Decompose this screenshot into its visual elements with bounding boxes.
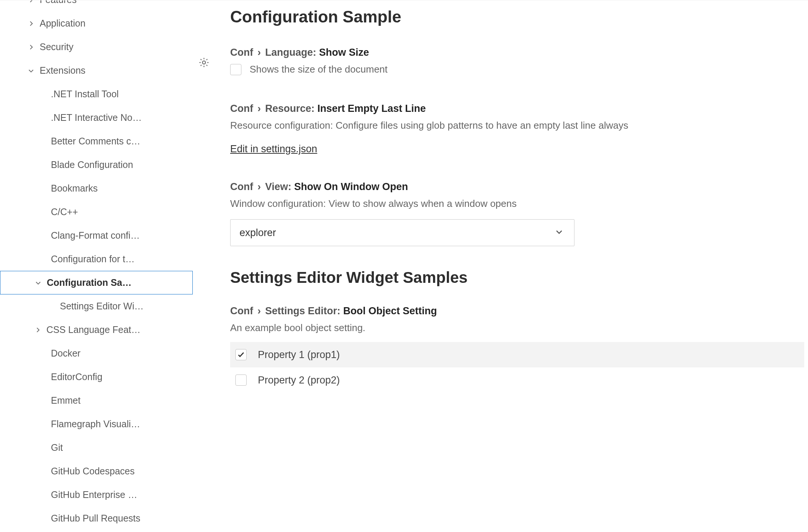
setting-bool-object: Conf › Settings Editor: Bool Object Sett… xyxy=(230,305,804,393)
section-heading-widget-samples: Settings Editor Widget Samples xyxy=(230,269,804,287)
tree-item[interactable]: Extensions xyxy=(0,59,193,82)
setting-description: Resource configuration: Configure files … xyxy=(230,118,804,133)
tree-item-label: Better Comments c… xyxy=(51,136,185,147)
tree-item-label: Settings Editor Wi… xyxy=(60,301,185,312)
tree-item[interactable]: Clang-Format confi… xyxy=(0,224,193,247)
chevron-down-icon xyxy=(27,67,35,75)
tree-item[interactable]: .NET Install Tool xyxy=(0,82,193,106)
tree-item-label: Flamegraph Visuali… xyxy=(51,419,185,429)
tree-item-label: EditorConfig xyxy=(51,372,185,382)
separator: › xyxy=(256,47,262,58)
tree-item-label: Configuration Sa… xyxy=(47,277,185,288)
subscope-label: Resource: xyxy=(265,103,315,114)
tree-item-label: Clang-Format confi… xyxy=(51,230,185,241)
section-heading-configuration-sample: Configuration Sample xyxy=(230,7,804,26)
chevron-right-icon xyxy=(34,326,42,334)
property-label: Property 2 (prop2) xyxy=(258,374,340,386)
tree-item-label: Features xyxy=(40,0,185,5)
tree-item-label: Configuration for t… xyxy=(51,254,185,265)
tree-item-label: .NET Interactive No… xyxy=(51,112,185,123)
scope-label: Conf xyxy=(230,47,253,58)
tree-item-label: GitHub Pull Requests xyxy=(51,513,185,524)
separator: › xyxy=(256,181,262,192)
tree-item[interactable]: GitHub Pull Requests xyxy=(0,507,193,530)
tree-item[interactable]: Configuration Sa… xyxy=(0,271,193,294)
property-label: Property 1 (prop1) xyxy=(258,349,340,361)
chevron-right-icon xyxy=(27,43,35,51)
tree-item[interactable]: Security xyxy=(0,35,193,59)
separator: › xyxy=(256,103,262,114)
setting-description: Window configuration: View to show alway… xyxy=(230,196,804,211)
tree-item[interactable]: Git xyxy=(0,436,193,459)
bool-object-properties: Property 1 (prop1)Property 2 (prop2) xyxy=(230,342,804,393)
setting-name: Bool Object Setting xyxy=(343,305,437,317)
setting-title: Conf › View: Show On Window Open xyxy=(230,181,804,193)
select-value: explorer xyxy=(240,227,276,239)
setting-show-on-window-open: Conf › View: Show On Window Open Window … xyxy=(230,181,804,246)
show-on-window-open-select[interactable]: explorer xyxy=(230,219,574,246)
tree-item[interactable]: Better Comments c… xyxy=(0,129,193,153)
tree-item[interactable]: Blade Configuration xyxy=(0,153,193,177)
setting-description: An example bool object setting. xyxy=(230,321,804,335)
tree-item-label: GitHub Codespaces xyxy=(51,466,185,477)
scope-label: Conf xyxy=(230,103,253,114)
tree-item-label: Extensions xyxy=(40,65,185,76)
setting-show-size: Conf › Language: Show Size Shows the siz… xyxy=(230,47,804,77)
tree-item-label: C/C++ xyxy=(51,207,185,217)
tree-item[interactable]: CSS Language Feat… xyxy=(0,318,193,342)
tree-item[interactable]: Bookmarks xyxy=(0,177,193,200)
gear-icon[interactable] xyxy=(198,57,210,70)
tree-item[interactable]: Flamegraph Visuali… xyxy=(0,412,193,436)
tree-item[interactable]: Configuration for t… xyxy=(0,247,193,271)
bool-object-property-row[interactable]: Property 2 (prop2) xyxy=(230,367,804,393)
setting-name: Insert Empty Last Line xyxy=(317,103,426,114)
setting-name: Show On Window Open xyxy=(294,181,408,192)
setting-name: Show Size xyxy=(319,47,369,58)
svg-point-0 xyxy=(202,61,205,64)
tree-item-label: Docker xyxy=(51,348,185,359)
subscope-label: Language: xyxy=(265,47,317,58)
chevron-right-icon xyxy=(27,19,35,28)
edit-in-settings-json-link[interactable]: Edit in settings.json xyxy=(230,143,317,155)
tree-item-label: Blade Configuration xyxy=(51,159,185,170)
subscope-label: Settings Editor: xyxy=(265,305,341,317)
chevron-right-icon xyxy=(27,0,35,4)
tree-item[interactable]: Settings Editor Wi… xyxy=(0,294,193,318)
tree-item-label: Emmet xyxy=(51,395,185,406)
chevron-down-icon xyxy=(34,279,42,287)
tree-item[interactable]: Features xyxy=(0,0,193,12)
tree-item[interactable]: .NET Interactive No… xyxy=(0,106,193,129)
setting-title: Conf › Language: Show Size xyxy=(230,47,804,58)
settings-panel: Configuration Sample Conf › Language: Sh… xyxy=(193,0,808,532)
setting-title: Conf › Resource: Insert Empty Last Line xyxy=(230,103,804,114)
tree-item[interactable]: Docker xyxy=(0,342,193,365)
tree-item-label: .NET Install Tool xyxy=(51,89,185,100)
tree-item[interactable]: GitHub Codespaces xyxy=(0,459,193,483)
setting-title: Conf › Settings Editor: Bool Object Sett… xyxy=(230,305,804,317)
tree-item[interactable]: Application xyxy=(0,12,193,35)
setting-description: Shows the size of the document xyxy=(250,62,388,77)
tree-item-label: Application xyxy=(40,18,185,29)
setting-insert-empty-last-line: Conf › Resource: Insert Empty Last Line … xyxy=(230,103,804,155)
tree-item-label: GitHub Enterprise … xyxy=(51,489,185,500)
subscope-label: View: xyxy=(265,181,292,192)
settings-tree: FeaturesApplicationSecurityExtensions.NE… xyxy=(0,0,193,532)
tree-item-label: Bookmarks xyxy=(51,183,185,194)
tree-item[interactable]: C/C++ xyxy=(0,200,193,224)
tree-item[interactable]: Emmet xyxy=(0,389,193,412)
separator: › xyxy=(256,305,262,317)
property-checkbox[interactable] xyxy=(235,349,247,360)
scope-label: Conf xyxy=(230,181,253,192)
tree-item[interactable]: EditorConfig xyxy=(0,365,193,389)
bool-object-property-row[interactable]: Property 1 (prop1) xyxy=(230,342,804,367)
tree-item-label: CSS Language Feat… xyxy=(46,324,185,335)
property-checkbox[interactable] xyxy=(235,374,247,386)
scope-label: Conf xyxy=(230,305,253,317)
show-size-checkbox[interactable] xyxy=(230,64,241,75)
tree-item[interactable]: GitHub Enterprise … xyxy=(0,483,193,507)
tree-item-label: Security xyxy=(40,42,185,52)
tree-item-label: Git xyxy=(51,442,185,453)
